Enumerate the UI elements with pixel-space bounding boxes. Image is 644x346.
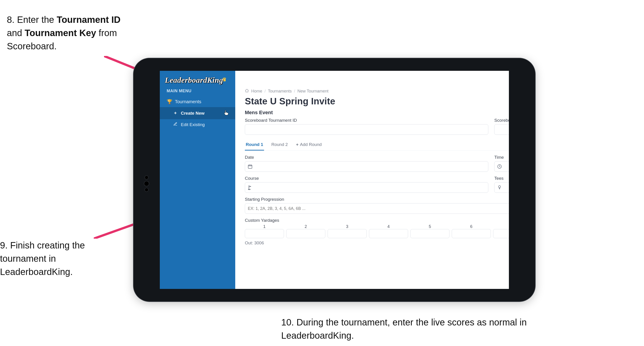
custom-yardages-label: Custom Yardages	[245, 218, 509, 223]
svg-point-10	[498, 186, 501, 188]
svg-point-9	[248, 189, 250, 190]
hole-yardage-input[interactable]	[245, 229, 284, 238]
hole-inputs-row	[245, 229, 509, 238]
breadcrumb-tournaments[interactable]: Tournaments	[268, 89, 292, 94]
sidebar-item-create-new[interactable]: + Create New	[160, 107, 235, 119]
hole-label: 3	[328, 224, 367, 229]
brand-main: Leaderboard	[165, 76, 207, 84]
tee-icon	[496, 185, 502, 190]
tab-round-2[interactable]: Round 2	[270, 140, 289, 150]
breadcrumb: Home / Tournaments / New Tournament	[245, 89, 509, 94]
scoreboard-id-input[interactable]	[245, 124, 488, 135]
sidebar-item-edit-existing[interactable]: Edit Existing	[160, 119, 235, 130]
sidebar-item-tournaments[interactable]: 🏆 Tournaments	[160, 96, 235, 107]
hole-yardage-input[interactable]	[410, 229, 450, 238]
starting-progression-label: Starting Progression	[245, 197, 509, 202]
tablet-screen: LeaderboardKing♛ MAIN MENU 🏆 Tournaments…	[160, 71, 509, 289]
tab-add-round-label: Add Round	[300, 142, 322, 147]
tees-label: Tees	[494, 176, 509, 181]
date-label: Date	[245, 155, 488, 160]
sidebar-menu-label: MAIN MENU	[160, 89, 235, 96]
svg-rect-4	[248, 165, 252, 169]
app-root: LeaderboardKing♛ MAIN MENU 🏆 Tournaments…	[160, 71, 509, 289]
tablet-frame: LeaderboardKing♛ MAIN MENU 🏆 Tournaments…	[134, 58, 535, 302]
hole-label: 7	[493, 224, 509, 229]
breadcrumb-home[interactable]: Home	[251, 89, 262, 94]
plus-icon: +	[296, 142, 298, 147]
sidebar-item-label: Create New	[181, 111, 204, 116]
course-label: Course	[245, 176, 488, 181]
hole-label: 1	[245, 224, 284, 229]
breadcrumb-sep: /	[264, 89, 266, 94]
hole-yardage-input[interactable]	[328, 229, 367, 238]
clock-icon	[496, 164, 502, 169]
flag-icon	[247, 185, 253, 190]
hole-yardage-input[interactable]	[286, 229, 325, 238]
scoreboard-id-label: Scoreboard Tournament ID	[245, 118, 488, 123]
crown-icon: ♛	[222, 76, 227, 83]
brand-logo[interactable]: LeaderboardKing♛	[160, 74, 235, 89]
instruction-step-9: 9. Finish creating the tournament in Lea…	[0, 239, 92, 278]
sidebar: LeaderboardKing♛ MAIN MENU 🏆 Tournaments…	[160, 71, 235, 289]
main-content: Sign In Home / Tournaments / New T	[235, 71, 509, 289]
calendar-icon	[247, 164, 253, 169]
hole-yardage-input[interactable]	[369, 229, 408, 238]
hole-labels-row: 123456789101112131415161718	[245, 224, 509, 229]
breadcrumb-new-tournament: New Tournament	[298, 89, 328, 94]
hole-label: 6	[452, 224, 491, 229]
sidebar-item-label: Edit Existing	[181, 122, 205, 127]
hole-yardage-input[interactable]	[493, 229, 509, 238]
hole-yardage-input[interactable]	[452, 229, 491, 238]
time-label: Time	[494, 155, 509, 160]
hole-label: 2	[286, 224, 325, 229]
sidebar-item-label: Tournaments	[175, 99, 202, 104]
trophy-icon: 🏆	[167, 99, 172, 104]
course-input[interactable]	[245, 182, 488, 193]
out-total: Out: 3006	[245, 241, 264, 246]
round-tabs: Round 1 Round 2 +Add Round	[245, 140, 509, 151]
breadcrumb-sep: /	[294, 89, 295, 94]
hole-label: 4	[369, 224, 408, 229]
hole-label: 5	[410, 224, 450, 229]
page-title: State U Spring Invite	[245, 96, 509, 106]
section-title: Mens Event	[245, 110, 273, 116]
instruction-step-8: 8. Enter the Tournament ID and Tournamen…	[7, 13, 130, 53]
instruction-step-10: 10. During the tournament, enter the liv…	[281, 316, 556, 342]
cursor-hand-icon	[224, 110, 228, 116]
starting-progression-input[interactable]	[245, 203, 509, 214]
edit-icon	[172, 122, 178, 127]
plus-icon: +	[172, 110, 178, 116]
topbar: Sign In	[235, 71, 509, 89]
tab-add-round[interactable]: +Add Round	[295, 140, 322, 150]
home-icon[interactable]	[245, 89, 249, 94]
scoreboard-key-label: Scoreboard Tournament Key	[494, 118, 509, 123]
brand-sub: King	[207, 76, 223, 84]
date-input[interactable]	[245, 161, 488, 172]
tablet-camera-dots	[143, 174, 150, 194]
tab-round-1[interactable]: Round 1	[245, 140, 264, 150]
scoreboard-key-input[interactable]	[494, 124, 509, 135]
